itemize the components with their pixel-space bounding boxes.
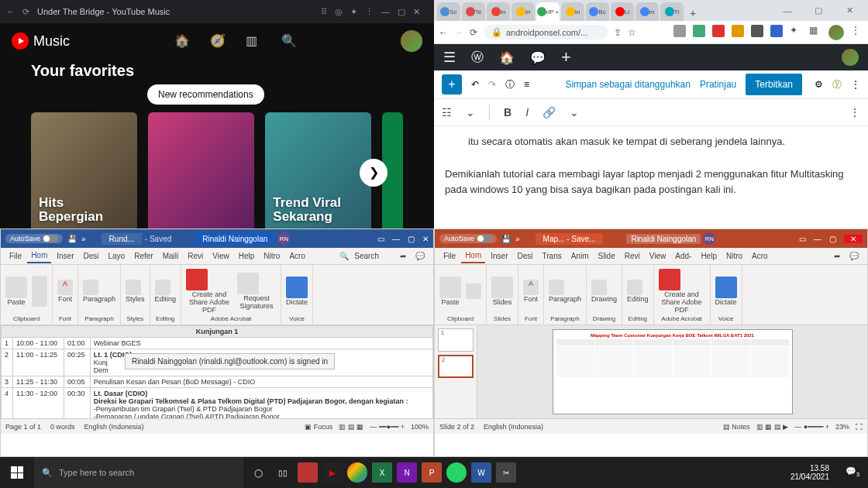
paragraph-icon[interactable] (83, 280, 98, 295)
extension-icon[interactable] (770, 25, 783, 37)
more-qat[interactable]: » (81, 235, 86, 243)
document-tab-active[interactable]: Map... - Save... (536, 233, 604, 245)
info-icon[interactable]: ⓘ (505, 78, 515, 91)
dictate-icon[interactable] (715, 277, 737, 298)
tab-home[interactable]: Hom (27, 249, 51, 263)
avatar[interactable] (401, 30, 422, 52)
styles-icon[interactable] (126, 280, 141, 295)
tab-references[interactable]: Refer (130, 249, 157, 263)
tab-mailings[interactable]: Maili (159, 249, 183, 263)
more-qat[interactable]: » (515, 235, 520, 243)
drawing-icon[interactable] (591, 280, 607, 295)
focus-mode[interactable]: ▣ Focus (305, 423, 332, 431)
minimize-icon[interactable]: — (381, 7, 390, 16)
start-button[interactable] (0, 457, 34, 488)
maximize-icon[interactable]: ▢ (829, 235, 836, 243)
redo-icon[interactable]: ↷ (488, 79, 496, 90)
tab-nitro[interactable]: Nitro (260, 249, 284, 263)
publish-button[interactable]: Terbitkan (746, 74, 802, 95)
playlist-card[interactable] (148, 112, 254, 229)
plus-icon[interactable]: + (561, 47, 571, 67)
explore-icon[interactable]: 🧭 (210, 33, 226, 49)
document-tab-active[interactable]: Rinaldi Nainggolan (195, 233, 275, 245)
paragraph-icon[interactable] (549, 280, 564, 295)
comment-icon[interactable]: 💬 (530, 50, 546, 65)
browser-tab[interactable]: m (636, 2, 659, 21)
signature-icon[interactable] (237, 273, 259, 294)
refresh-icon[interactable]: ⟳ (22, 7, 29, 17)
tab-insert[interactable]: Inser (53, 249, 78, 263)
tab-help[interactable]: Help (235, 249, 259, 263)
cut-icon[interactable] (466, 284, 481, 299)
pdf-icon[interactable] (186, 269, 208, 290)
browser-tab[interactable]: In (561, 2, 584, 21)
tab-review[interactable]: Revi (621, 249, 644, 263)
comments-icon[interactable]: 💬 (412, 249, 429, 263)
address-bar[interactable]: 🔒 androidponsel.com/... (484, 25, 608, 40)
word-icon[interactable]: W (471, 462, 491, 483)
share-icon[interactable]: ➦ (830, 249, 844, 263)
tab-file[interactable]: File (439, 249, 460, 263)
excel-icon[interactable]: X (372, 462, 392, 483)
autosave-toggle[interactable]: AutoSave (5, 234, 63, 243)
editing-icon[interactable] (627, 280, 642, 295)
taskbar-search[interactable]: 🔍 Type here to search (34, 457, 243, 488)
forward-icon[interactable]: → (454, 27, 463, 38)
extension-icon[interactable] (712, 25, 725, 37)
share-icon[interactable]: ➦ (396, 249, 410, 263)
tab-file[interactable]: File (5, 249, 26, 263)
translate-icon[interactable]: ⠿ (321, 7, 327, 17)
playlist-card[interactable]: Hits Bepergian (31, 112, 137, 229)
tab-view[interactable]: View (208, 249, 233, 263)
share-icon[interactable]: ⇪ (614, 27, 622, 38)
notification-icon[interactable]: 💬3 (837, 466, 868, 478)
browser-tab[interactable]: In (512, 2, 535, 21)
more-icon[interactable]: ⋮ (849, 106, 860, 119)
powerpoint-icon[interactable]: P (422, 462, 442, 483)
browser-tab[interactable]: Ti (660, 2, 684, 21)
tab-help[interactable]: Help (697, 249, 721, 263)
extensions-icon[interactable]: ✦ (350, 7, 357, 17)
onenote-icon[interactable]: N (397, 462, 417, 483)
minimize-icon[interactable]: — (814, 235, 822, 243)
slide-thumbnail[interactable]: 1 (438, 328, 474, 352)
tab-design[interactable]: Desi (79, 249, 102, 263)
close-icon[interactable]: ✕ (413, 7, 420, 17)
zoom-level[interactable]: 23% (835, 423, 849, 431)
taskbar-clock[interactable]: 13.58 21/04/2021 (783, 464, 837, 481)
tab-insert[interactable]: Inser (487, 249, 512, 263)
maximize-icon[interactable]: ▢ (398, 7, 405, 17)
more-icon[interactable]: ⋮ (851, 25, 863, 37)
browser-tab-active[interactable]: dP× (536, 2, 560, 21)
word-count[interactable]: 0 words (50, 423, 75, 431)
comments-icon[interactable]: 💬 (846, 249, 863, 263)
ytm-logo[interactable]: Music (12, 33, 70, 50)
opera-icon[interactable] (298, 462, 318, 483)
editing-icon[interactable] (155, 280, 170, 295)
tab-addins[interactable]: Add- (671, 249, 695, 263)
pdf-icon[interactable] (659, 269, 680, 290)
wordpress-logo-icon[interactable]: ⓦ (471, 50, 484, 66)
extension-icon[interactable] (693, 25, 705, 37)
list-icon[interactable]: ☷ (442, 106, 452, 119)
library-icon[interactable]: ▥ (246, 33, 261, 49)
link-icon[interactable]: 🔗 (542, 106, 556, 119)
close-icon[interactable]: ✕ (844, 235, 863, 243)
add-block-button[interactable]: + (442, 74, 462, 95)
language[interactable]: English (Indonesia) (484, 423, 543, 431)
tab-design[interactable]: Desi (513, 249, 536, 263)
dictate-icon[interactable] (286, 277, 308, 298)
zoom-slider[interactable]: — ●━━━━ + (794, 423, 829, 431)
home-icon[interactable]: 🏠 (174, 33, 190, 49)
maximize-icon[interactable]: ▢ (803, 0, 834, 21)
document-tab[interactable]: Rund... (102, 233, 142, 245)
browser-tab[interactable]: Bc (586, 2, 609, 21)
undo-icon[interactable]: ↶ (471, 79, 479, 90)
slide-count[interactable]: Slide 2 of 2 (439, 423, 474, 431)
search-icon[interactable]: 🔍 (281, 33, 297, 49)
browser-tab[interactable]: Li (611, 2, 634, 21)
minimize-icon[interactable]: — (772, 0, 803, 21)
tab-animations[interactable]: Anim (567, 249, 593, 263)
save-icon[interactable]: 💾 (501, 235, 511, 243)
copy-icon[interactable] (32, 291, 47, 307)
